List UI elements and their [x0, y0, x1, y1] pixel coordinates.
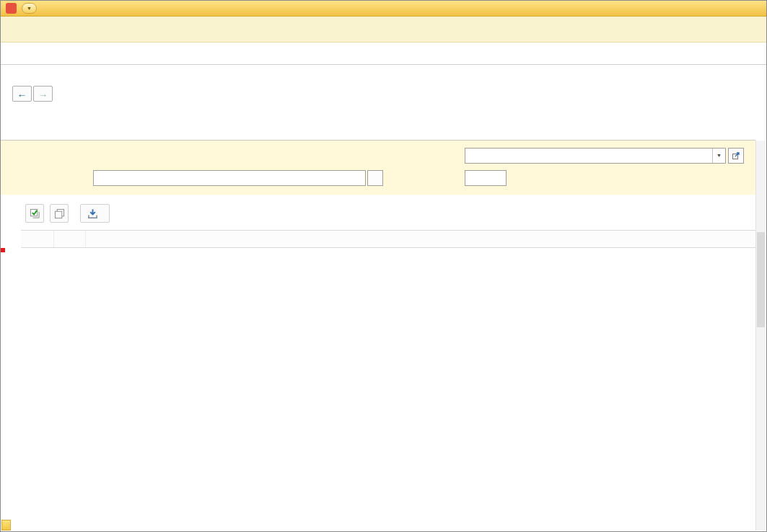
content-area: ▼ — [1, 121, 755, 248]
annotation-load-button — [1, 248, 5, 252]
table-header-row — [21, 230, 755, 248]
app-logo-icon — [6, 3, 17, 14]
annotation-checkbox-column — [1, 248, 5, 252]
current-year-input[interactable] — [465, 170, 507, 186]
organization-dropdown-button[interactable]: ▼ — [712, 148, 725, 163]
form-tab-strip — [1, 121, 755, 141]
organization-control: ▼ — [465, 148, 744, 164]
settings-panel: ▼ — [1, 141, 755, 195]
back-button[interactable]: ← — [12, 86, 32, 102]
header-checkbox-column — [21, 231, 54, 247]
organization-open-button[interactable] — [728, 148, 744, 164]
window-tab-bar — [1, 43, 766, 65]
uncheck-all-icon — [54, 208, 65, 219]
bottom-left-accent — [1, 520, 11, 531]
navigation-row: ← → — [12, 85, 766, 102]
period-control — [93, 170, 385, 186]
organization-combo[interactable]: ▼ — [465, 148, 726, 164]
load-icon — [87, 208, 98, 219]
scrollbar-thumb[interactable] — [757, 232, 765, 327]
header-rule-column — [86, 231, 755, 247]
vertical-scrollbar[interactable] — [755, 141, 766, 531]
header-status-column — [54, 231, 86, 247]
menu-bar — [1, 17, 766, 43]
title-bar: ▼ — [1, 1, 766, 17]
rules-table — [21, 230, 755, 248]
check-all-button[interactable] — [25, 204, 44, 223]
period-input[interactable] — [93, 170, 366, 186]
uncheck-all-button[interactable] — [50, 204, 69, 223]
check-all-icon — [30, 208, 40, 219]
table-toolbar — [25, 204, 755, 223]
main-menu-button[interactable]: ▼ — [22, 3, 37, 14]
app-window: ▼ ← → ▼ — [0, 0, 767, 532]
load-button[interactable] — [80, 204, 110, 223]
forward-button[interactable]: → — [33, 86, 53, 102]
year-control — [465, 170, 744, 186]
open-link-icon — [732, 151, 740, 160]
period-picker-button[interactable] — [367, 170, 383, 186]
